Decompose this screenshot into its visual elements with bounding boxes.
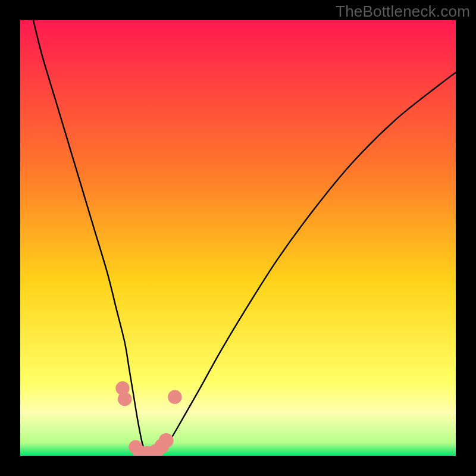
data-marker xyxy=(159,433,174,448)
chart-plot-area xyxy=(20,20,456,456)
data-marker xyxy=(168,390,181,403)
watermark-text: TheBottleneck.com xyxy=(336,2,470,21)
gradient-background xyxy=(20,20,456,456)
data-marker xyxy=(118,392,131,406)
chart-outer-frame: TheBottleneck.com xyxy=(0,0,476,476)
bottleneck-chart xyxy=(20,20,456,456)
